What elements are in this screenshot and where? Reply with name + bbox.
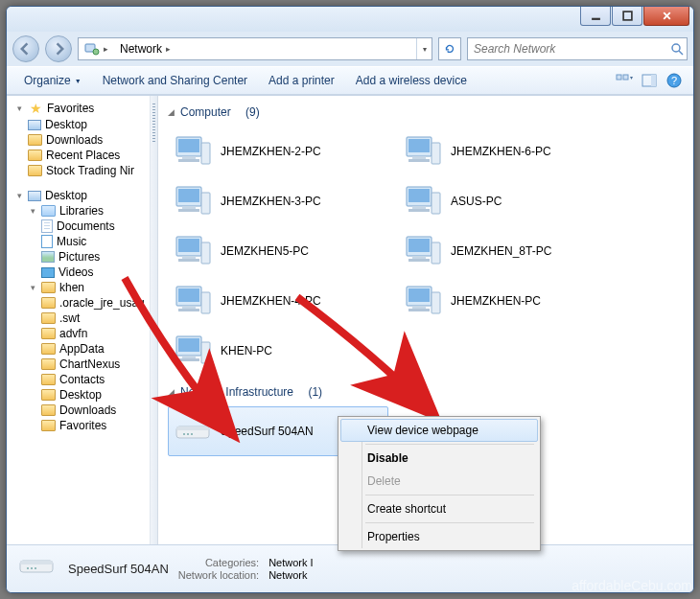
address-dropdown[interactable]: ▾	[416, 38, 432, 59]
nav-userf-downloads[interactable]: Downloads	[11, 403, 150, 418]
network-computer[interactable]: ASUS-PC	[398, 176, 618, 226]
svg-point-4	[672, 44, 680, 52]
nav-bar: ▸ Network▸ ▾	[7, 32, 693, 66]
network-sharing-center-button[interactable]: Network and Sharing Center	[93, 71, 257, 90]
svg-rect-28	[178, 288, 199, 302]
svg-rect-0	[592, 18, 600, 20]
network-computer[interactable]: JEMZKHEN5-PC	[168, 226, 388, 276]
nav-lib-documents[interactable]: Documents	[11, 219, 150, 234]
svg-rect-49	[412, 256, 426, 259]
svg-rect-9	[651, 75, 656, 86]
svg-rect-19	[182, 206, 196, 209]
refresh-button[interactable]	[438, 37, 461, 60]
svg-point-59	[183, 433, 185, 435]
add-printer-button[interactable]: Add a printer	[259, 71, 344, 90]
svg-rect-58	[176, 426, 209, 430]
group-network-infrastructure[interactable]: ◢Network Infrastructure (1)	[168, 381, 684, 406]
minimize-button[interactable]	[580, 7, 611, 26]
nav-userf-contacts[interactable]: Contacts	[11, 372, 150, 387]
nav-userf-chartnexus[interactable]: ChartNexus	[11, 357, 150, 372]
search-input[interactable]	[468, 42, 667, 56]
nav-lib-music[interactable]: Music	[11, 234, 150, 249]
svg-rect-45	[408, 209, 430, 212]
nav-user-khen[interactable]: ▾khen	[11, 280, 150, 295]
svg-rect-33	[178, 338, 199, 352]
svg-point-61	[191, 433, 193, 435]
svg-rect-31	[201, 292, 210, 313]
svg-rect-6	[617, 75, 621, 80]
svg-point-60	[187, 433, 189, 435]
command-bar: Organize▼ Network and Sharing Center Add…	[7, 66, 693, 95]
forward-button[interactable]	[45, 35, 72, 62]
network-computer[interactable]: JHEMZKHEN-2-PC	[168, 127, 388, 176]
svg-rect-13	[178, 139, 199, 152]
help-button[interactable]: ?	[664, 70, 685, 91]
nav-userf-favorites[interactable]: Favorites	[11, 418, 150, 433]
svg-rect-51	[432, 242, 440, 264]
nav-userf-oracle[interactable]: .oracle_jre_usag	[11, 295, 150, 311]
nav-fav-downloads[interactable]: Downloads	[11, 132, 150, 148]
svg-rect-56	[432, 292, 440, 313]
nav-userf-swt[interactable]: .swt	[11, 311, 150, 326]
details-location-label: Network location:	[178, 569, 259, 581]
svg-rect-30	[178, 309, 199, 311]
svg-rect-38	[408, 139, 430, 152]
svg-rect-44	[412, 206, 426, 209]
context-menu: View device webpage Disable Delete Creat…	[338, 416, 541, 551]
svg-rect-50	[408, 259, 430, 262]
ctx-view-device-webpage[interactable]: View device webpage	[340, 419, 538, 442]
svg-rect-26	[201, 242, 210, 264]
view-options-button[interactable]	[614, 70, 635, 91]
nav-desktop-root[interactable]: ▾Desktop	[11, 188, 150, 203]
ctx-create-shortcut[interactable]: Create shortcut	[340, 497, 538, 520]
add-wireless-device-button[interactable]: Add a wireless device	[346, 71, 477, 90]
svg-rect-43	[408, 189, 430, 202]
nav-libraries[interactable]: ▾Libraries	[11, 203, 150, 219]
svg-rect-41	[432, 143, 440, 164]
maximize-button[interactable]	[612, 7, 642, 26]
nav-userf-desktop[interactable]: Desktop	[11, 387, 150, 403]
breadcrumb-network[interactable]: Network	[120, 42, 162, 56]
svg-rect-54	[412, 306, 426, 309]
search-box[interactable]	[467, 37, 688, 60]
nav-userf-advfn[interactable]: advfn	[11, 326, 150, 341]
svg-rect-1	[623, 12, 632, 20]
svg-point-64	[27, 567, 29, 569]
svg-rect-46	[432, 193, 440, 214]
svg-rect-23	[178, 239, 199, 252]
details-name: SpeedSurf 504AN	[68, 562, 169, 576]
svg-rect-25	[178, 259, 199, 262]
ctx-properties[interactable]: Properties	[340, 525, 538, 548]
ctx-disable[interactable]: Disable	[340, 447, 538, 470]
network-computer[interactable]: JHEMZKHEN-6-PC	[398, 127, 618, 176]
back-button[interactable]	[12, 35, 39, 62]
network-computer[interactable]: JEMZKHEN_8T-PC	[398, 226, 618, 276]
svg-rect-55	[408, 309, 430, 311]
details-categories-label: Categories:	[178, 557, 259, 568]
nav-lib-pictures[interactable]: Pictures	[11, 249, 150, 265]
network-computer[interactable]: JHEMZKHEN-PC	[398, 276, 618, 326]
network-computer[interactable]: JHEMZKHEN-3-PC	[168, 176, 388, 226]
network-computer[interactable]: KHEN-PC	[168, 326, 388, 376]
network-computer[interactable]: JHEMZKHEN-4-PC	[168, 276, 388, 326]
preview-pane-button[interactable]	[639, 70, 660, 91]
nav-userf-appdata[interactable]: AppData	[11, 341, 150, 357]
svg-rect-53	[408, 288, 430, 302]
ctx-delete: Delete	[340, 470, 538, 493]
svg-text:?: ?	[671, 75, 677, 86]
svg-rect-40	[408, 159, 430, 162]
nav-favorites[interactable]: ▾★Favorites	[11, 100, 150, 117]
details-location-value: Network	[268, 569, 313, 581]
svg-rect-14	[182, 156, 196, 159]
sidebar-resize-handle[interactable]	[151, 96, 158, 544]
nav-fav-recent[interactable]: Recent Places	[11, 148, 150, 163]
nav-fav-desktop[interactable]: Desktop	[11, 117, 150, 132]
svg-rect-35	[178, 358, 199, 361]
close-button[interactable]	[643, 7, 689, 26]
group-computer[interactable]: ◢Computer (9)	[168, 102, 684, 127]
nav-fav-stock[interactable]: Stock Trading Nir	[11, 163, 150, 178]
address-bar[interactable]: ▸ Network▸ ▾	[78, 37, 432, 60]
organize-button[interactable]: Organize▼	[14, 71, 91, 90]
nav-lib-videos[interactable]: Videos	[11, 265, 150, 280]
svg-point-65	[31, 567, 33, 569]
